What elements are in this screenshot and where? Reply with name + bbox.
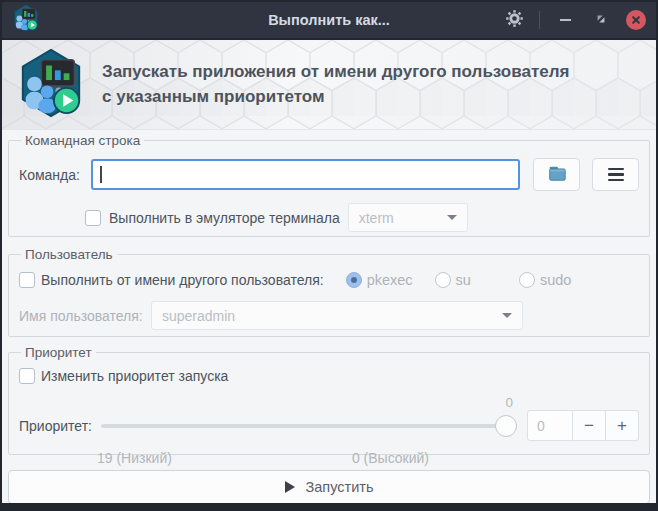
user-group: Пользователь Выполнить от имени другого … xyxy=(8,247,650,337)
restore-icon xyxy=(595,11,607,29)
priority-low-label: 19 (Низкий) xyxy=(97,450,172,466)
username-select[interactable]: superadmin xyxy=(151,301,523,330)
close-button[interactable] xyxy=(626,10,646,30)
priority-slider[interactable]: 0 xyxy=(101,415,517,437)
spinbox-increment-button[interactable]: + xyxy=(606,410,639,441)
command-group-legend: Командная строка xyxy=(21,133,144,148)
terminal-emulator-value: xterm xyxy=(359,210,394,226)
minimize-icon xyxy=(560,19,571,21)
change-priority-checkbox[interactable] xyxy=(19,368,35,384)
titlebar-separator xyxy=(539,11,540,29)
run-as-other-user-label: Выполнить от имени другого пользователя: xyxy=(41,272,324,288)
radio-sudo-label: sudo xyxy=(540,272,571,288)
priority-spinbox: 0 − + xyxy=(527,410,639,441)
slider-handle[interactable] xyxy=(495,415,517,437)
radio-su-label: su xyxy=(456,272,471,288)
terminal-checkbox-label: Выполнить в эмуляторе терминала xyxy=(109,210,340,226)
options-menu-button[interactable] xyxy=(592,158,639,191)
app-logo xyxy=(16,47,86,123)
command-label: Команда: xyxy=(19,167,91,183)
priority-high-label: 0 (Высокий) xyxy=(352,450,429,466)
text-caret xyxy=(100,166,102,183)
radio-sudo-control[interactable] xyxy=(519,272,535,288)
run-button-label: Запустить xyxy=(306,479,374,495)
change-priority-label: Изменить приоритет запуска xyxy=(41,368,228,384)
run-as-window: Выполнить как... xyxy=(0,0,658,511)
command-input[interactable] xyxy=(93,161,518,188)
run-button[interactable]: Запустить xyxy=(8,470,650,504)
user-group-legend: Пользователь xyxy=(21,247,117,262)
radio-sudo[interactable]: sudo xyxy=(519,272,571,288)
priority-label: Приоритет: xyxy=(19,418,101,434)
command-line-group: Командная строка Команда: xyxy=(8,133,650,237)
run-as-other-user-checkbox[interactable] xyxy=(19,272,35,288)
chevron-down-icon xyxy=(447,215,457,220)
gear-icon xyxy=(505,9,524,32)
settings-button[interactable] xyxy=(503,9,525,31)
terminal-emulator-select[interactable]: xterm xyxy=(348,203,468,232)
radio-pkexec-control[interactable] xyxy=(346,272,362,288)
hamburger-menu-icon xyxy=(608,168,624,182)
command-input-wrapper xyxy=(91,159,520,190)
minimize-button[interactable] xyxy=(554,9,576,31)
restore-button[interactable] xyxy=(590,9,612,31)
app-icon xyxy=(12,3,40,37)
slider-value-label: 0 xyxy=(505,395,513,410)
chevron-down-icon xyxy=(502,313,512,318)
spinbox-value[interactable]: 0 xyxy=(527,410,573,441)
terminal-checkbox[interactable] xyxy=(85,210,101,226)
priority-group-legend: Приоритет xyxy=(21,345,96,360)
radio-pkexec-label: pkexec xyxy=(367,272,413,288)
titlebar: Выполнить как... xyxy=(2,2,656,40)
play-icon xyxy=(285,481,295,493)
radio-su-control[interactable] xyxy=(435,272,451,288)
username-label: Имя пользователя: xyxy=(19,308,151,324)
header-banner: Запускать приложения от имени другого по… xyxy=(2,40,656,130)
browse-file-button[interactable] xyxy=(533,158,580,191)
page-title: Запускать приложения от имени другого по… xyxy=(102,60,569,109)
radio-pkexec[interactable]: pkexec xyxy=(346,272,413,288)
radio-su[interactable]: su xyxy=(435,272,471,288)
username-value: superadmin xyxy=(162,308,235,324)
folder-icon xyxy=(546,163,568,187)
slider-track[interactable] xyxy=(101,424,517,428)
priority-group: Приоритет Изменить приоритет запуска При… xyxy=(8,345,650,455)
spinbox-decrement-button[interactable]: − xyxy=(573,410,606,441)
